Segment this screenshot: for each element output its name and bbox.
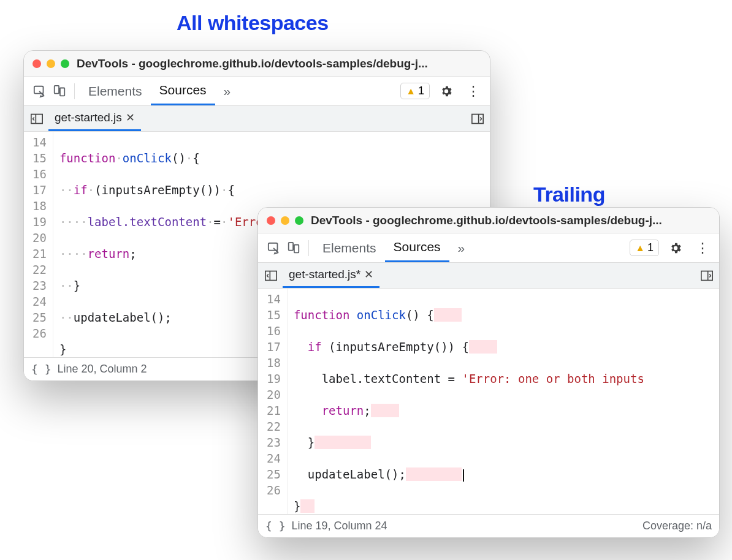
pretty-print-icon[interactable]: { }: [265, 520, 286, 532]
pretty-print-icon[interactable]: { }: [31, 363, 51, 376]
close-window-button[interactable]: [32, 59, 41, 68]
file-tab-label: get-started.js: [55, 111, 122, 124]
annotation-trailing: Trailing: [533, 183, 605, 206]
kebab-menu-icon[interactable]: ⋮: [692, 240, 713, 256]
tabs-overflow[interactable]: »: [215, 77, 240, 105]
debugger-toggle-icon[interactable]: [698, 270, 715, 281]
svg-rect-1: [55, 85, 59, 93]
traffic-lights: [32, 59, 69, 68]
tab-sources[interactable]: Sources: [151, 77, 215, 105]
svg-rect-7: [294, 244, 299, 252]
cursor-position: Line 20, Column 2: [58, 363, 147, 376]
device-toggle-icon[interactable]: [50, 85, 69, 98]
titlebar: DevTools - googlechrome.github.io/devtoo…: [258, 208, 719, 233]
tab-elements[interactable]: Elements: [80, 77, 151, 105]
close-tab-icon[interactable]: ✕: [364, 268, 373, 281]
svg-rect-5: [269, 243, 278, 250]
file-tab-bar: get-started.js* ✕: [258, 263, 719, 289]
main-toolbar: Elements Sources » ▲1 ⋮: [258, 233, 719, 263]
code-editor[interactable]: 14151617181920212223242526 function onCl…: [258, 289, 719, 514]
svg-rect-0: [34, 86, 44, 93]
kebab-menu-icon[interactable]: ⋮: [463, 83, 484, 99]
window-title: DevTools - googlechrome.github.io/devtoo…: [311, 214, 662, 227]
warnings-chip[interactable]: ▲1: [400, 83, 430, 99]
annotation-all-whitespaces: All whitespaces: [177, 11, 329, 35]
file-tab[interactable]: get-started.js ✕: [48, 106, 141, 131]
file-tab-label: get-started.js*: [289, 268, 360, 281]
close-tab-icon[interactable]: ✕: [126, 111, 135, 124]
settings-gear-icon[interactable]: [665, 241, 686, 255]
coverage-status: Coverage: n/a: [642, 520, 712, 532]
svg-rect-2: [60, 88, 64, 96]
inspect-icon[interactable]: [30, 85, 50, 98]
code-content[interactable]: function onClick() { if (inputsAreEmpty(…: [288, 289, 644, 514]
traffic-lights: [267, 216, 303, 225]
status-bar: { } Line 19, Column 24 Coverage: n/a: [258, 514, 719, 537]
svg-rect-6: [289, 242, 293, 250]
tab-elements[interactable]: Elements: [314, 233, 385, 262]
device-toggle-icon[interactable]: [284, 241, 303, 255]
devtools-window-trailing: DevTools - googlechrome.github.io/devtoo…: [257, 207, 720, 538]
maximize-window-button[interactable]: [61, 59, 69, 68]
navigator-toggle-icon[interactable]: [28, 113, 46, 124]
file-tab-bar: get-started.js ✕: [24, 106, 490, 132]
debugger-toggle-icon[interactable]: [469, 113, 486, 124]
close-window-button[interactable]: [267, 216, 275, 225]
tab-sources[interactable]: Sources: [385, 233, 449, 262]
main-toolbar: Elements Sources » ▲1 ⋮: [24, 77, 490, 106]
cursor-position: Line 19, Column 24: [292, 520, 387, 532]
line-gutter: 14151617181920212223242526: [258, 289, 288, 514]
text-cursor: [463, 469, 464, 482]
maximize-window-button[interactable]: [295, 216, 303, 225]
minimize-window-button[interactable]: [281, 216, 289, 225]
file-tab[interactable]: get-started.js* ✕: [283, 263, 379, 288]
window-title: DevTools - googlechrome.github.io/devtoo…: [77, 57, 428, 70]
titlebar: DevTools - googlechrome.github.io/devtoo…: [24, 51, 490, 77]
tabs-overflow[interactable]: »: [449, 233, 474, 262]
settings-gear-icon[interactable]: [436, 85, 457, 98]
inspect-icon[interactable]: [264, 241, 284, 255]
minimize-window-button[interactable]: [47, 59, 55, 68]
navigator-toggle-icon[interactable]: [262, 270, 280, 281]
line-gutter: 14151617181920212223242526: [24, 132, 53, 357]
warnings-chip[interactable]: ▲1: [630, 240, 659, 256]
